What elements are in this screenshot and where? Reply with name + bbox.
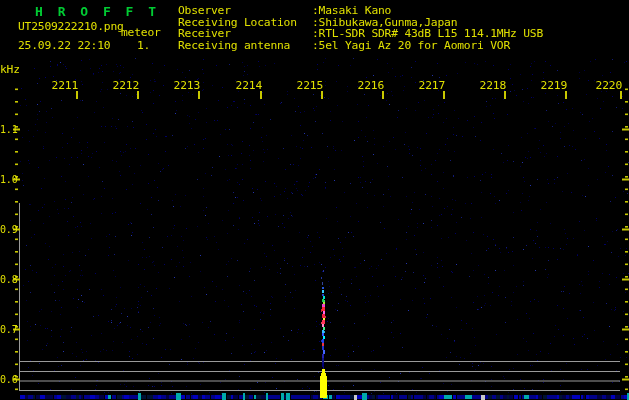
- receiver-label: Receiver: [178, 28, 231, 39]
- y-tick-label: 1.1: [0, 124, 17, 135]
- x-tick-label: 2214: [234, 80, 262, 91]
- y-tick-label: 0.8: [0, 274, 17, 285]
- x-tick-label: 2217: [417, 80, 445, 91]
- capture-filename: UT2509222210.png: [18, 21, 124, 32]
- antenna-label: Receiving antenna: [178, 40, 290, 51]
- datetime-label: 25.09.22 22:10: [18, 40, 110, 51]
- x-tick-label: 2218: [478, 80, 506, 91]
- echo-count: 1.: [137, 40, 150, 51]
- y-tick-label: 0.9: [0, 224, 17, 235]
- x-tick-label: 2211: [50, 80, 78, 91]
- spectrogram-canvas: [0, 0, 629, 400]
- x-tick-label: 2219: [539, 80, 567, 91]
- location-value: :Shibukawa,Gunma,Japan: [312, 17, 457, 28]
- antenna-value: :5el Yagi Az 20 for Aomori VOR: [312, 40, 510, 51]
- hrofft-screen: H R O F F T UT2509222210.png meteor 25.0…: [0, 0, 629, 400]
- x-tick-label: 2212: [111, 80, 139, 91]
- receiver-value: :RTL-SDR SDR# 43dB L15 114.1MHz USB: [312, 28, 543, 39]
- y-tick-label: 1.0: [0, 174, 17, 185]
- y-axis-unit-label: kHz: [0, 64, 20, 75]
- y-tick-label: 0.7: [0, 324, 17, 335]
- x-tick-label: 2220: [594, 80, 622, 91]
- x-tick-label: 2215: [295, 80, 323, 91]
- y-tick-label: 0.6: [0, 374, 17, 385]
- observer-label: Observer: [178, 5, 231, 16]
- mode-label: meteor: [121, 27, 161, 38]
- location-label: Receiving Location: [178, 17, 297, 28]
- observer-value: :Masaki Kano: [312, 5, 391, 16]
- x-tick-label: 2216: [356, 80, 384, 91]
- x-tick-label: 2213: [172, 80, 200, 91]
- app-title: H R O F F T: [35, 6, 160, 17]
